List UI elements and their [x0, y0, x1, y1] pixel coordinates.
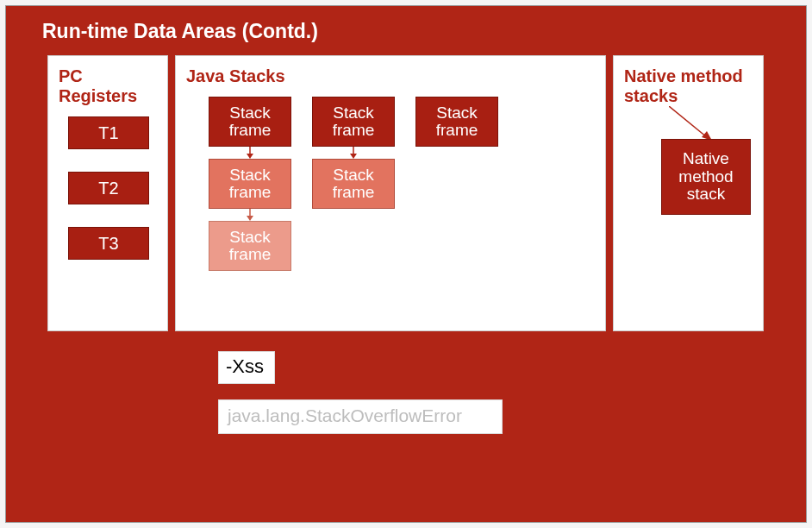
- down-arrow-icon: [246, 147, 254, 159]
- pc-registers-title: PC Registers: [59, 66, 159, 106]
- xss-flag-box: -Xss: [218, 351, 275, 384]
- native-method-stack-box: Native method stack: [661, 139, 751, 215]
- java-stacks-title: Java Stacks: [186, 66, 597, 86]
- stack-frame: Stack frame: [312, 159, 395, 209]
- pc-register-t3: T3: [68, 227, 149, 260]
- pc-register-t2: T2: [68, 172, 149, 204]
- stacks-columns: Stack frame Stack frame Stack frame Stac…: [186, 97, 597, 271]
- stack-frame: Stack frame: [312, 97, 395, 147]
- stackoverflow-error-box: java.lang.StackOverflowError: [218, 399, 503, 434]
- panels-row: PC Registers T1 T2 T3 Java Stacks Stack …: [6, 55, 806, 331]
- stack-frame: Stack frame: [209, 97, 291, 147]
- svg-line-6: [669, 106, 707, 137]
- slide: Run-time Data Areas (Contd.) PC Register…: [5, 5, 807, 523]
- stack-frame: Stack frame: [209, 221, 291, 271]
- native-stacks-title: Native method stacks: [624, 66, 754, 106]
- pc-register-t1: T1: [68, 116, 149, 149]
- stack-column-3: Stack frame: [415, 97, 498, 271]
- native-stacks-panel: Native method stacks Native method stack: [613, 55, 764, 331]
- stack-column-2: Stack frame Stack frame: [312, 97, 395, 271]
- pc-registers-panel: PC Registers T1 T2 T3: [47, 55, 168, 331]
- stack-column-1: Stack frame Stack frame Stack frame: [209, 97, 291, 271]
- stack-frame: Stack frame: [415, 97, 498, 147]
- slide-title: Run-time Data Areas (Contd.): [6, 6, 806, 55]
- stack-frame: Stack frame: [209, 159, 291, 209]
- down-arrow-icon: [349, 147, 358, 159]
- down-arrow-icon: [246, 209, 254, 221]
- footer-area: -Xss java.lang.StackOverflowError: [218, 351, 503, 434]
- java-stacks-panel: Java Stacks Stack frame Stack frame Stac…: [175, 55, 606, 331]
